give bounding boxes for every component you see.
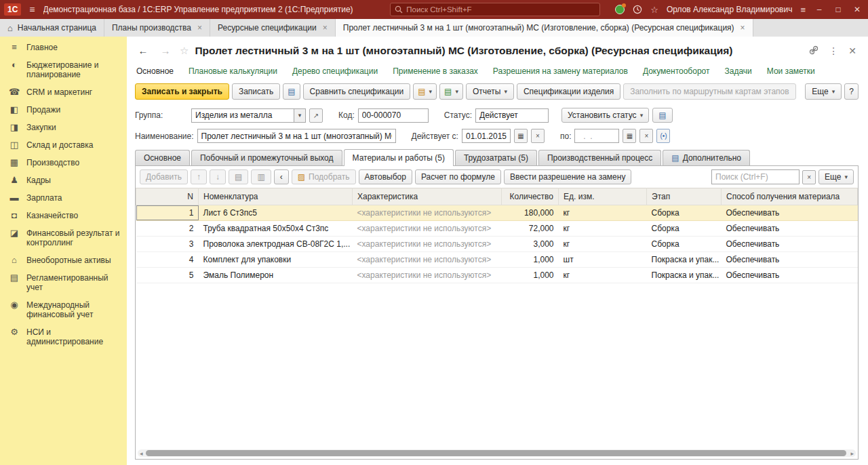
sidebar-item-fixed-assets[interactable]: ⌂Внеоборотные активы	[0, 251, 127, 269]
column-header-n[interactable]: N	[136, 188, 199, 205]
close-window-button[interactable]: ✕	[852, 5, 863, 14]
tab-resource-specifications[interactable]: Ресурсные спецификации ×	[210, 19, 336, 37]
scroll-left-icon[interactable]: ◂	[140, 450, 143, 457]
tab-main-page[interactable]: Основное	[135, 150, 190, 165]
valid-from-input[interactable]	[462, 129, 511, 143]
global-search-input[interactable]	[406, 5, 595, 14]
cell-nomenclature[interactable]: Лист 6 Ст3пс5	[199, 205, 353, 221]
sidebar-item-administration[interactable]: ⚙НСИ и администрирование	[0, 323, 127, 350]
discussions-icon[interactable]	[615, 5, 625, 14]
pick-button[interactable]: ▨Подобрать	[292, 169, 356, 184]
close-form-icon[interactable]: ✕	[846, 45, 859, 56]
cell-quantity[interactable]: 3,000	[502, 237, 559, 252]
open-group-button[interactable]: ↗	[309, 108, 323, 123]
navlink-tasks[interactable]: Задачи	[724, 66, 751, 76]
sidebar-item-payroll[interactable]: ▬Зарплата	[0, 189, 127, 207]
move-up-icon[interactable]: ↑	[191, 169, 207, 184]
compare-specifications-button[interactable]: Сравнить спецификации	[303, 83, 411, 100]
tab-home[interactable]: ⌂ Начальная страница	[0, 19, 104, 37]
navlink-main[interactable]: Основное	[136, 66, 174, 76]
cell-unit[interactable]: кг	[559, 205, 647, 221]
navlink-document-flow[interactable]: Документооборот	[643, 66, 710, 76]
tab-production-process[interactable]: Производственный процесс	[538, 150, 661, 165]
valid-to-calendar-icon[interactable]: ▦	[623, 129, 636, 143]
tab-current-specification[interactable]: Пролет лестничный 3 м на 1 шт (многоэтап…	[336, 19, 753, 37]
sidebar-item-sales[interactable]: ◧Продажи	[0, 101, 127, 119]
cell-quantity[interactable]: 1,000	[502, 268, 559, 283]
column-header-unit[interactable]: Ед. изм.	[559, 188, 647, 205]
cell-n[interactable]: 2	[136, 221, 199, 237]
cell-nomenclature[interactable]: Комплект для упаковки	[199, 252, 353, 268]
navlink-substitution-permissions[interactable]: Разрешения на замену материалов	[493, 66, 628, 76]
cell-n[interactable]: 4	[136, 252, 199, 268]
table-row[interactable]: 1 Лист 6 Ст3пс5 <характеристики не испол…	[136, 205, 858, 221]
share-icon[interactable]: ‹	[274, 169, 289, 184]
navlink-spec-tree[interactable]: Дерево спецификации	[292, 66, 378, 76]
tab-production-plans[interactable]: Планы производства ×	[104, 19, 210, 37]
cell-characteristic[interactable]: <характеристики не используются>	[353, 205, 502, 221]
cell-supply-method[interactable]: Обеспечивать	[722, 237, 858, 252]
status-history-button[interactable]: ▤	[652, 108, 672, 123]
sidebar-item-financial-result[interactable]: ◪Финансовый результат и контроллинг	[0, 224, 127, 251]
tab-materials-and-works[interactable]: Материалы и работы (5)	[344, 149, 454, 166]
tab-close-icon[interactable]: ×	[741, 23, 745, 33]
sidebar-item-warehouse[interactable]: ◫Склад и доставка	[0, 136, 127, 154]
cell-quantity[interactable]: 72,000	[502, 221, 559, 237]
cell-unit[interactable]: кг	[559, 268, 647, 283]
cell-supply-method[interactable]: Обеспечивать	[722, 268, 858, 283]
tab-additional[interactable]: ▤Дополнительно	[663, 150, 750, 165]
more-button[interactable]: Еще▾	[805, 83, 842, 100]
code-input[interactable]	[358, 108, 429, 123]
tab-labor-costs[interactable]: Трудозатраты (5)	[455, 150, 537, 165]
cell-nomenclature[interactable]: Проволока электродная СВ-08Г2С 1,...	[199, 237, 353, 252]
cell-n[interactable]: 3	[136, 237, 199, 252]
save-close-button[interactable]: Записать и закрыть	[135, 83, 229, 100]
sidebar-item-regulated-accounting[interactable]: ▤Регламентированный учет	[0, 269, 127, 296]
grid-search-clear-icon[interactable]: ×	[802, 170, 816, 184]
cell-supply-method[interactable]: Обеспечивать	[722, 205, 858, 221]
grid-search-input[interactable]	[711, 169, 800, 184]
set-status-button[interactable]: Установить статус▾	[561, 108, 649, 123]
cell-characteristic[interactable]: <характеристики не используются>	[353, 268, 502, 283]
cell-characteristic[interactable]: <характеристики не используются>	[353, 221, 502, 237]
cell-stage[interactable]: Сборка	[647, 237, 722, 252]
sidebar-item-hr[interactable]: ♟Кадры	[0, 171, 127, 189]
cell-stage[interactable]: Покраска и упак...	[647, 268, 722, 283]
check-fill-button[interactable]: ▤	[283, 83, 300, 100]
column-header-supply-method[interactable]: Способ получения материала	[722, 188, 858, 205]
save-button[interactable]: Записать	[232, 83, 280, 100]
cell-stage[interactable]: Покраска и упак...	[647, 252, 722, 268]
column-header-stage[interactable]: Этап	[647, 188, 722, 205]
sidebar-item-budgeting[interactable]: ◐Бюджетирование и планирование	[0, 56, 127, 83]
copy-link-icon[interactable]	[807, 45, 821, 57]
enter-substitution-button[interactable]: Ввести разрешение на замену	[504, 169, 632, 184]
tab-close-icon[interactable]: ×	[323, 23, 328, 33]
cell-n[interactable]: 5	[136, 268, 199, 283]
navlink-my-notes[interactable]: Мои заметки	[767, 66, 815, 76]
cell-stage[interactable]: Сборка	[647, 205, 722, 221]
group-dropdown-icon[interactable]: ▾	[294, 108, 306, 123]
sidebar-item-crm[interactable]: ☎CRM и маркетинг	[0, 83, 127, 101]
more-commands-icon[interactable]: ⋮	[827, 45, 840, 56]
calc-by-formula-button[interactable]: Расчет по формуле	[415, 169, 501, 184]
move-down-icon[interactable]: ↓	[210, 169, 226, 184]
forward-button[interactable]: →	[157, 43, 174, 58]
horizontal-scrollbar[interactable]: ◂ ▸	[138, 449, 856, 457]
valid-to-clear-icon[interactable]: ×	[639, 129, 653, 143]
column-header-quantity[interactable]: Количество	[502, 188, 559, 205]
current-user[interactable]: Орлов Александр Владимирович	[667, 5, 793, 14]
favorites-icon[interactable]: ☆	[650, 5, 658, 15]
cell-supply-method[interactable]: Обеспечивать	[722, 252, 858, 268]
cell-nomenclature[interactable]: Эмаль Полимерон	[199, 268, 353, 283]
table-row[interactable]: 2 Труба квадратная 50х50х4 Ст3пс <характ…	[136, 221, 858, 237]
tab-byproduct-output[interactable]: Побочный и промежуточный выход	[191, 150, 342, 165]
cell-characteristic[interactable]: <характеристики не используются>	[353, 252, 502, 268]
valid-from-calendar-icon[interactable]: ▦	[514, 129, 528, 143]
sidebar-item-production[interactable]: ▦Производство	[0, 154, 127, 171]
sidebar-item-purchasing[interactable]: ◨Закупки	[0, 119, 127, 136]
status-input[interactable]	[475, 108, 549, 123]
column-header-characteristic[interactable]: Характеристика	[353, 188, 502, 205]
cell-quantity[interactable]: 1,000	[502, 252, 559, 268]
autoselect-button[interactable]: Автовыбор	[359, 169, 412, 184]
minimize-button[interactable]: –	[814, 5, 825, 14]
